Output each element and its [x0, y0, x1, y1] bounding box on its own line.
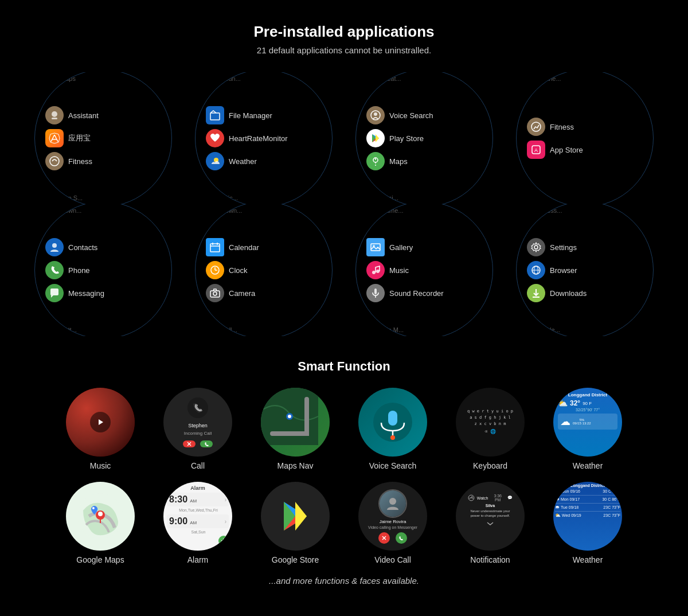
smart-label-video-call: Video Call	[374, 555, 411, 564]
list-item: Sound Recorder	[366, 283, 482, 303]
smart-item-video-call: Jaime Rovira Video calling on Messenger …	[350, 482, 436, 564]
list-item: Gallery	[366, 237, 482, 258]
svg-point-0	[52, 111, 57, 117]
watch-row-1: 🗺 Maps Assistant	[23, 72, 665, 204]
smart-label-voice-search: Voice Search	[369, 461, 417, 470]
appstore-cn-icon	[45, 129, 64, 147]
more-functions-text: ...and more functions & faces available.	[0, 564, 688, 603]
watch-circle-2: 🔊 Soun... File Manager HeartRate	[183, 72, 344, 204]
peek-icon: 🏋	[528, 73, 538, 84]
peek-icon: 🌤	[368, 73, 378, 84]
peek-icon: 📅	[528, 325, 538, 335]
smart-label-notification: Notification	[470, 555, 510, 564]
heartrate-icon	[206, 129, 224, 147]
list-item: Fitness	[527, 116, 643, 137]
list-item: Weather	[206, 151, 322, 171]
list-item: Camera	[206, 283, 322, 303]
smart-label-weather2: Weather	[573, 555, 603, 564]
messaging-icon	[45, 284, 64, 302]
watch-circle-7: 📷 Came... Gallery Music	[344, 204, 505, 336]
smart-item-google-maps: Google Maps	[57, 482, 143, 564]
camera-icon	[206, 284, 224, 302]
svg-rect-46	[388, 411, 397, 426]
list-item: Maps	[366, 151, 482, 171]
svg-point-34	[534, 245, 538, 249]
watch-circle-1: 🗺 Maps Assistant	[23, 72, 183, 204]
peek-icon: ⬇	[207, 205, 217, 216]
voice-search-icon	[366, 106, 385, 124]
list-item: Clock	[206, 260, 322, 280]
svg-text:A: A	[534, 147, 538, 153]
fitness-icon	[45, 152, 64, 170]
list-item: Downloads	[527, 283, 643, 303]
weather-icon	[206, 152, 224, 170]
list-item: Messaging	[45, 283, 161, 303]
list-item: A App Store	[527, 139, 643, 160]
smart-label-maps-nav: Maps Nav	[277, 461, 313, 470]
clock-icon	[206, 261, 224, 279]
music-icon	[366, 261, 385, 279]
settings-icon	[527, 238, 545, 256]
smart-item-maps-nav: Maps Nav	[252, 388, 338, 470]
phone-icon	[45, 261, 64, 279]
watch-circle-5: ⬇ Down... Contacts Phone	[23, 204, 183, 336]
list-item: Settings	[527, 237, 643, 258]
smart-item-weather2: Longgand District ⛅ Sun 09/16 30 C 88 F …	[545, 482, 631, 564]
play-store-icon	[366, 129, 385, 147]
svg-point-30	[372, 271, 376, 274]
svg-rect-28	[371, 244, 380, 251]
svg-point-44	[288, 415, 291, 418]
smart-circle-maps-nav	[261, 388, 330, 457]
downloads-icon	[527, 284, 545, 302]
list-item: Assistant	[45, 105, 161, 126]
smart-item-music: Music	[57, 388, 143, 470]
smart-item-keyboard: q w e r t y u i o p a s d f g h j k l z …	[447, 388, 533, 470]
peek-icon: 🛍	[46, 193, 57, 203]
svg-point-5	[50, 157, 59, 166]
svg-rect-19	[210, 244, 220, 252]
smart-label-keyboard: Keyboard	[473, 461, 507, 470]
watch-circle-8: 💬 Mess... Settings Browser	[505, 204, 665, 336]
app-store-icon: A	[527, 141, 545, 159]
peek-icon: 🗺	[46, 73, 57, 84]
smart-item-alarm: Alarm 8:30 AM › Mon,Tue,Wed,Thu,Fri 9:00	[155, 482, 241, 564]
smart-circle-voice-search	[358, 388, 427, 457]
svg-point-27	[213, 292, 217, 295]
contacts-icon	[45, 238, 64, 256]
browser-icon	[527, 261, 545, 279]
smart-grid: Music Stephen Incoming Call	[0, 388, 688, 564]
list-item: Contacts	[45, 237, 161, 258]
peek-icon: 🎙	[207, 193, 217, 203]
watch-circle-3: 🌤 Weat... Voice Search	[344, 72, 505, 204]
svg-point-52	[92, 507, 95, 509]
watch-circle-6: ⬇ Down... Calendar Clock	[183, 204, 344, 336]
maps-icon	[366, 152, 385, 170]
svg-point-9	[374, 112, 377, 116]
svg-rect-1	[52, 118, 57, 119]
fitness2-icon	[527, 118, 545, 136]
svg-line-2	[51, 135, 54, 142]
assistant-icon	[45, 106, 64, 124]
smart-circle-call: Stephen Incoming Call	[163, 388, 232, 457]
smart-label-google-maps: Google Maps	[76, 555, 124, 564]
peek-icon: 🖼	[207, 325, 217, 335]
smart-circle-google-store	[261, 482, 330, 551]
peek-icon: ⬇	[46, 205, 57, 216]
svg-rect-6	[210, 113, 220, 120]
svg-marker-13	[376, 134, 379, 142]
peek-icon: 💬	[528, 205, 538, 216]
list-item: Browser	[527, 260, 643, 280]
gallery-icon	[366, 238, 385, 256]
list-item: HeartRateMonitor	[206, 128, 322, 149]
svg-marker-39	[99, 419, 103, 425]
svg-point-59	[389, 498, 396, 505]
smart-label-google-store: Google Store	[272, 555, 319, 564]
smart-label-call: Call	[191, 461, 205, 470]
smart-circle-weather: Longgand District ⛅ 32° 90 F 32/25°90' 7…	[553, 388, 622, 457]
smart-circle-keyboard: q w e r t y u i o p a s d f g h j k l z …	[456, 388, 525, 457]
smart-circle-notification: Watch 3:36 PM 💬 Silva Never underestimat…	[456, 482, 525, 551]
smart-section-title: Smart Function	[0, 359, 688, 374]
svg-point-48	[390, 435, 395, 440]
smart-label-weather: Weather	[573, 461, 603, 470]
list-item: Play Store	[366, 128, 482, 149]
